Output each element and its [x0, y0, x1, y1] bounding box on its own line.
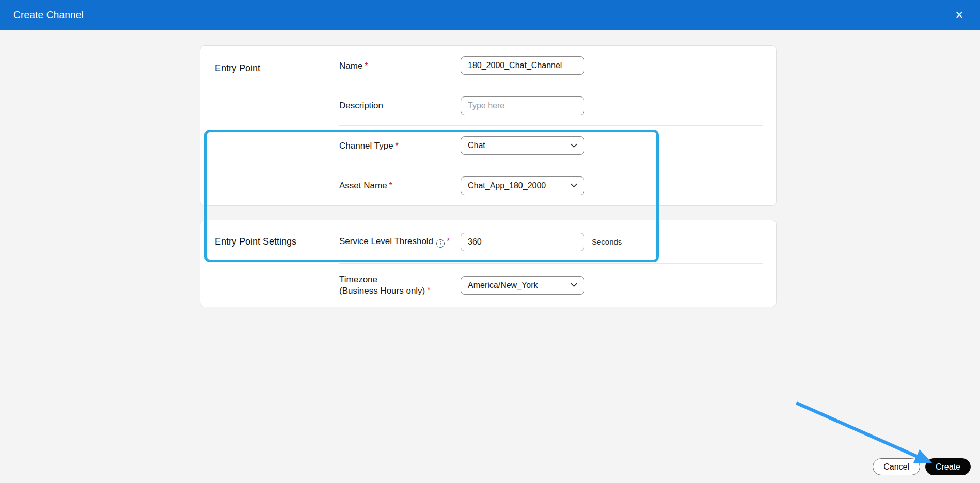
chevron-down-icon: [570, 281, 578, 289]
chevron-down-icon: [570, 141, 578, 150]
channel-type-control: Chat: [461, 136, 584, 155]
form-row-name: Name*: [339, 46, 763, 86]
seconds-suffix-label: Seconds: [592, 237, 622, 246]
service-level-threshold-label: Service Level Thresholdi*: [339, 236, 461, 248]
section-title-entry-point: Entry Point: [215, 63, 260, 74]
service-level-threshold-label-text: Service Level Threshold: [339, 236, 433, 246]
cancel-button[interactable]: Cancel: [873, 458, 920, 475]
info-icon[interactable]: i: [436, 239, 445, 248]
required-marker: *: [396, 141, 399, 150]
service-level-threshold-input[interactable]: [461, 233, 584, 251]
required-marker: *: [365, 61, 368, 70]
asset-name-label: Asset Name*: [339, 180, 461, 191]
close-icon[interactable]: ✕: [952, 8, 967, 22]
timezone-sublabel-text: (Business Hours only): [339, 285, 425, 296]
required-marker: *: [447, 237, 450, 246]
name-label-text: Name: [339, 61, 362, 71]
entry-point-rows: Name* Description Channel Type* Chat: [339, 46, 763, 205]
entry-point-settings-card: Entry Point Settings Service Level Thres…: [200, 220, 777, 307]
create-button[interactable]: Create: [925, 458, 971, 475]
form-row-asset-name: Asset Name* Chat_App_180_2000: [339, 166, 763, 206]
description-control: [461, 96, 584, 115]
chevron-down-icon: [570, 181, 578, 190]
description-label: Description: [339, 100, 461, 111]
required-marker: *: [389, 181, 392, 190]
asset-name-value: Chat_App_180_2000: [468, 181, 546, 190]
service-level-threshold-control: Seconds: [461, 233, 622, 251]
description-input[interactable]: [461, 96, 584, 115]
name-control: [461, 56, 584, 75]
asset-name-control: Chat_App_180_2000: [461, 176, 584, 195]
timezone-control: America/New_York: [461, 276, 584, 295]
asset-name-label-text: Asset Name: [339, 181, 387, 190]
page-title: Create Channel: [13, 9, 84, 21]
asset-name-select[interactable]: Chat_App_180_2000: [461, 176, 584, 195]
channel-type-value: Chat: [468, 141, 485, 150]
info-glyph: i: [440, 240, 441, 246]
timezone-label-line1: Timezone: [339, 274, 455, 285]
required-marker: *: [427, 285, 430, 296]
arrow-line: [798, 404, 918, 457]
form-row-channel-type: Channel Type* Chat: [339, 126, 763, 166]
modal-header: Create Channel ✕: [0, 0, 980, 30]
name-label: Name*: [339, 60, 461, 71]
form-row-service-level-threshold: Service Level Thresholdi* Seconds: [339, 220, 763, 264]
channel-type-label: Channel Type*: [339, 140, 461, 151]
entry-point-card: Entry Point Name* Description Channel Ty…: [200, 45, 777, 206]
timezone-label: Timezone (Business Hours only)*: [339, 274, 461, 296]
description-label-text: Description: [339, 101, 383, 110]
timezone-select[interactable]: America/New_York: [461, 276, 584, 295]
timezone-label-line2: (Business Hours only)*: [339, 285, 455, 296]
timezone-value: America/New_York: [468, 281, 538, 290]
entry-point-settings-rows: Service Level Thresholdi* Seconds Timezo…: [339, 220, 763, 307]
channel-type-label-text: Channel Type: [339, 141, 393, 151]
name-input[interactable]: [461, 56, 584, 75]
section-title-entry-point-settings: Entry Point Settings: [215, 236, 296, 247]
form-row-description: Description: [339, 86, 763, 126]
form-row-timezone: Timezone (Business Hours only)* America/…: [339, 264, 763, 307]
channel-type-select[interactable]: Chat: [461, 136, 584, 155]
